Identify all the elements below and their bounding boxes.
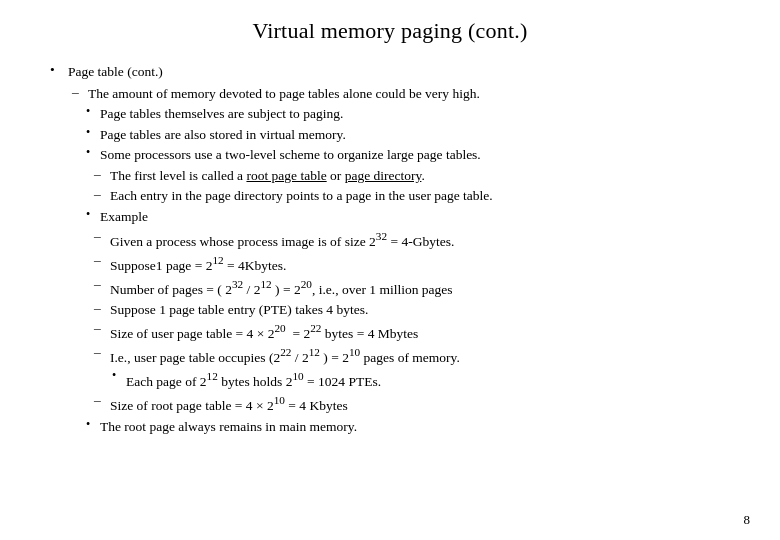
list-item: • Example — [50, 207, 740, 227]
dash-text: Suppose1 page = 212 = 4Kbytes. — [110, 252, 286, 275]
bullet-item: • The root page always remains in main m… — [86, 417, 740, 437]
bullet-item: • Some processors use a two-level scheme… — [86, 145, 740, 165]
dash-item: – Suppose 1 page table entry (PTE) takes… — [94, 300, 740, 320]
dash-marker: – — [94, 344, 110, 360]
dash-marker: – — [72, 84, 88, 100]
dash-text: Suppose 1 page table entry (PTE) takes 4… — [110, 300, 368, 320]
list-item: • Page tables themselves are subject to … — [50, 104, 740, 165]
bullet-text: Each page of 212 bytes holds 210 = 1024 … — [126, 368, 381, 391]
bullet-sm: • — [86, 417, 100, 432]
bullet-text: Page tables are also stored in virtual m… — [100, 125, 346, 145]
dash-item: – Given a process whose process image is… — [94, 228, 740, 251]
list-item: • Each page of 212 bytes holds 210 = 102… — [94, 368, 740, 391]
list-item: – The first level is called a root page … — [50, 166, 740, 206]
dash-marker: – — [94, 320, 110, 336]
dash-item: – Size of root page table = 4 × 210 = 4 … — [94, 392, 740, 415]
bullet-sm: • — [86, 125, 100, 140]
dash-item: – The first level is called a root page … — [94, 166, 740, 186]
dash-marker: – — [94, 276, 110, 292]
bullet-sm: • — [86, 104, 100, 119]
dash-text: Size of user page table = 4 × 220 = 222 … — [110, 320, 418, 343]
bullet-sm: • — [86, 207, 100, 222]
page-number: 8 — [744, 512, 751, 528]
dash-item: – Each entry in the page directory point… — [94, 186, 740, 206]
list-item: – Given a process whose process image is… — [50, 228, 740, 416]
bullet-marker: • — [50, 62, 68, 78]
dash-marker: – — [94, 228, 110, 244]
bullet-item: • Each page of 212 bytes holds 210 = 102… — [112, 368, 740, 391]
bullet-text: Some processors use a two-level scheme t… — [100, 145, 481, 165]
dash-item: – Suppose1 page = 212 = 4Kbytes. — [94, 252, 740, 275]
bullet-item: • Page tables themselves are subject to … — [86, 104, 740, 124]
dash-text: The first level is called a root page ta… — [110, 166, 425, 186]
bullet-text: Example — [100, 207, 148, 227]
dash-item: – Size of user page table = 4 × 220 = 22… — [94, 320, 740, 343]
slide: Virtual memory paging (cont.) • Page tab… — [0, 0, 780, 540]
list-item: • Page table (cont.) — [50, 62, 740, 82]
dash-text: Given a process whose process image is o… — [110, 228, 454, 251]
bullet-item: • Page tables are also stored in virtual… — [86, 125, 740, 145]
dash-text: I.e., user page table occupies (222 / 21… — [110, 344, 460, 367]
dash-text: Number of pages = ( 232 / 212 ) = 220, i… — [110, 276, 453, 299]
slide-content: • Page table (cont.) – The amount of mem… — [40, 62, 740, 436]
dash-marker: – — [94, 252, 110, 268]
dash-item: – Number of pages = ( 232 / 212 ) = 220,… — [94, 276, 740, 299]
dash-marker: – — [94, 300, 110, 316]
dash-item: – The amount of memory devoted to page t… — [72, 84, 740, 104]
underline-text: root page table — [246, 168, 326, 183]
dash-marker: – — [94, 166, 110, 182]
bullet-text: Page tables themselves are subject to pa… — [100, 104, 343, 124]
dash-marker: – — [94, 186, 110, 202]
underline-text: page directory — [345, 168, 422, 183]
bullet-item: • Example — [86, 207, 740, 227]
slide-title: Virtual memory paging (cont.) — [40, 18, 740, 44]
dash-marker: – — [94, 392, 110, 408]
bullet-sm: • — [86, 145, 100, 160]
l1-text: Page table (cont.) — [68, 62, 163, 82]
dash-text: Each entry in the page directory points … — [110, 186, 493, 206]
list-item: – The amount of memory devoted to page t… — [50, 84, 740, 104]
list-item: • The root page always remains in main m… — [50, 417, 740, 437]
bullet-sm: • — [112, 368, 126, 383]
dash-text: Size of root page table = 4 × 210 = 4 Kb… — [110, 392, 348, 415]
bullet-text: The root page always remains in main mem… — [100, 417, 357, 437]
dash-item: – I.e., user page table occupies (222 / … — [94, 344, 740, 367]
dash-text: The amount of memory devoted to page tab… — [88, 84, 480, 104]
